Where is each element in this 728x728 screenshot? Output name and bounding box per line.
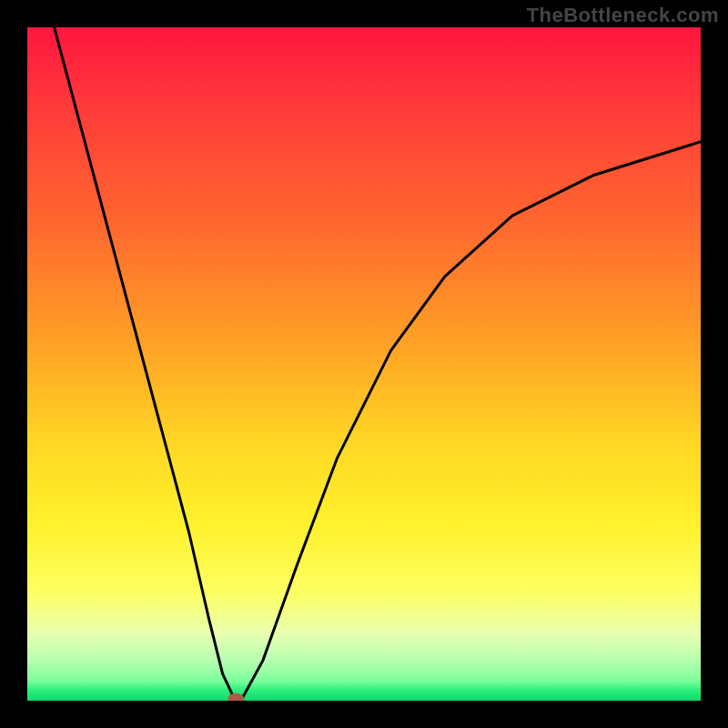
watermark-text: TheBottleneck.com: [527, 4, 719, 27]
plot-area: [27, 27, 701, 701]
minimum-marker: [228, 693, 244, 701]
chart-frame: TheBottleneck.com: [0, 0, 728, 728]
curve-layer: [27, 27, 701, 701]
bottleneck-curve: [55, 27, 701, 699]
